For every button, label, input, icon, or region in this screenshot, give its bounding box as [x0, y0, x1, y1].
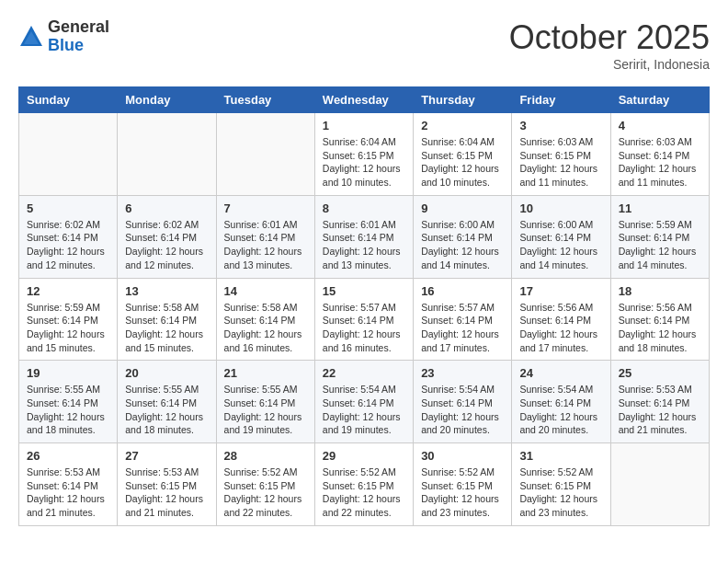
- sunset-text: Sunset: 6:14 PM: [125, 397, 197, 408]
- daylight-text: Daylight: 12 hours and 14 minutes.: [619, 246, 697, 270]
- sunset-text: Sunset: 6:14 PM: [125, 315, 197, 326]
- logo: General Blue: [18, 18, 109, 55]
- day-info: Sunrise: 6:02 AM Sunset: 6:14 PM Dayligh…: [125, 218, 208, 272]
- day-info: Sunrise: 6:00 AM Sunset: 6:14 PM Dayligh…: [421, 218, 504, 272]
- location: Seririt, Indonesia: [509, 57, 710, 72]
- day-info: Sunrise: 5:59 AM Sunset: 6:14 PM Dayligh…: [27, 301, 109, 355]
- day-info: Sunrise: 5:53 AM Sunset: 6:14 PM Dayligh…: [27, 465, 109, 520]
- weekday-header-tuesday: Tuesday: [216, 87, 314, 113]
- sunrise-text: Sunrise: 5:55 AM: [224, 384, 298, 395]
- day-number: 10: [519, 201, 602, 215]
- day-number: 15: [323, 284, 405, 298]
- day-info: Sunrise: 6:04 AM Sunset: 6:15 PM Dayligh…: [323, 135, 405, 190]
- sunset-text: Sunset: 6:14 PM: [27, 232, 98, 243]
- calendar-cell: 30 Sunrise: 5:52 AM Sunset: 6:15 PM Dayl…: [414, 443, 512, 526]
- day-info: Sunrise: 6:01 AM Sunset: 6:14 PM Dayligh…: [224, 218, 307, 272]
- logo-icon: [18, 24, 44, 50]
- sunrise-text: Sunrise: 5:56 AM: [519, 302, 593, 313]
- day-info: Sunrise: 6:04 AM Sunset: 6:15 PM Dayligh…: [421, 135, 504, 190]
- sunset-text: Sunset: 6:14 PM: [519, 232, 591, 243]
- calendar-cell: 13 Sunrise: 5:58 AM Sunset: 6:14 PM Dayl…: [118, 278, 216, 361]
- day-info: Sunrise: 5:54 AM Sunset: 6:14 PM Dayligh…: [421, 383, 504, 437]
- sunrise-text: Sunrise: 5:53 AM: [27, 466, 100, 477]
- sunset-text: Sunset: 6:14 PM: [619, 397, 690, 408]
- sunset-text: Sunset: 6:14 PM: [224, 315, 296, 326]
- day-info: Sunrise: 5:53 AM Sunset: 6:15 PM Dayligh…: [125, 465, 208, 520]
- sunrise-text: Sunrise: 5:52 AM: [519, 466, 593, 477]
- sunset-text: Sunset: 6:14 PM: [421, 315, 493, 326]
- day-number: 4: [619, 119, 701, 132]
- month-title: October 2025: [509, 18, 710, 57]
- day-number: 8: [323, 201, 405, 215]
- calendar-cell: 28 Sunrise: 5:52 AM Sunset: 6:15 PM Dayl…: [216, 443, 314, 526]
- sunset-text: Sunset: 6:14 PM: [323, 232, 394, 243]
- day-number: 2: [421, 119, 504, 132]
- day-number: 9: [421, 201, 504, 215]
- sunset-text: Sunset: 6:14 PM: [125, 232, 197, 243]
- day-info: Sunrise: 6:02 AM Sunset: 6:14 PM Dayligh…: [27, 218, 109, 272]
- sunset-text: Sunset: 6:15 PM: [421, 150, 493, 161]
- day-number: 22: [323, 366, 405, 380]
- daylight-text: Daylight: 12 hours and 21 minutes.: [27, 493, 105, 518]
- calendar-cell: 3 Sunrise: 6:03 AM Sunset: 6:15 PM Dayli…: [512, 113, 610, 196]
- sunrise-text: Sunrise: 6:03 AM: [519, 136, 593, 147]
- sunrise-text: Sunrise: 5:52 AM: [421, 466, 495, 477]
- daylight-text: Daylight: 12 hours and 22 minutes.: [323, 493, 401, 518]
- calendar-week-4: 19 Sunrise: 5:55 AM Sunset: 6:14 PM Dayl…: [19, 361, 710, 443]
- calendar-cell: 6 Sunrise: 6:02 AM Sunset: 6:14 PM Dayli…: [118, 195, 216, 278]
- calendar-cell: 17 Sunrise: 5:56 AM Sunset: 6:14 PM Dayl…: [512, 278, 610, 361]
- calendar-header: SundayMondayTuesdayWednesdayThursdayFrid…: [19, 87, 710, 113]
- weekday-header-friday: Friday: [512, 87, 610, 113]
- calendar-cell: 25 Sunrise: 5:53 AM Sunset: 6:14 PM Dayl…: [610, 361, 709, 443]
- sunrise-text: Sunrise: 5:58 AM: [125, 302, 199, 313]
- day-number: 11: [619, 201, 701, 215]
- weekday-header-saturday: Saturday: [610, 87, 709, 113]
- sunset-text: Sunset: 6:14 PM: [27, 315, 98, 326]
- calendar-body: 1 Sunrise: 6:04 AM Sunset: 6:15 PM Dayli…: [19, 113, 710, 526]
- sunset-text: Sunset: 6:14 PM: [27, 480, 98, 491]
- calendar-cell: 15 Sunrise: 5:57 AM Sunset: 6:14 PM Dayl…: [314, 278, 413, 361]
- day-number: 6: [125, 201, 208, 215]
- day-number: 20: [125, 366, 208, 380]
- sunrise-text: Sunrise: 6:00 AM: [421, 219, 495, 230]
- sunrise-text: Sunrise: 5:55 AM: [125, 384, 199, 395]
- day-number: 16: [421, 284, 504, 298]
- day-number: 13: [125, 284, 208, 298]
- day-number: 7: [224, 201, 307, 215]
- daylight-text: Daylight: 12 hours and 13 minutes.: [224, 246, 302, 270]
- sunrise-text: Sunrise: 6:02 AM: [27, 219, 100, 230]
- sunrise-text: Sunrise: 6:02 AM: [125, 219, 199, 230]
- daylight-text: Daylight: 12 hours and 15 minutes.: [27, 328, 105, 353]
- sunrise-text: Sunrise: 5:54 AM: [421, 384, 495, 395]
- sunrise-text: Sunrise: 5:56 AM: [619, 302, 692, 313]
- day-number: 1: [323, 119, 405, 132]
- sunrise-text: Sunrise: 6:03 AM: [619, 136, 692, 147]
- day-info: Sunrise: 5:54 AM Sunset: 6:14 PM Dayligh…: [519, 383, 602, 437]
- sunrise-text: Sunrise: 5:52 AM: [323, 466, 396, 477]
- calendar-cell: 22 Sunrise: 5:54 AM Sunset: 6:14 PM Dayl…: [314, 361, 413, 443]
- sunset-text: Sunset: 6:15 PM: [224, 480, 296, 491]
- sunset-text: Sunset: 6:14 PM: [27, 397, 98, 408]
- calendar-cell: 23 Sunrise: 5:54 AM Sunset: 6:14 PM Dayl…: [414, 361, 512, 443]
- day-number: 26: [27, 449, 109, 463]
- sunset-text: Sunset: 6:14 PM: [224, 397, 296, 408]
- calendar-cell: 9 Sunrise: 6:00 AM Sunset: 6:14 PM Dayli…: [414, 195, 512, 278]
- calendar-cell: 11 Sunrise: 5:59 AM Sunset: 6:14 PM Dayl…: [610, 195, 709, 278]
- day-info: Sunrise: 5:53 AM Sunset: 6:14 PM Dayligh…: [619, 383, 701, 437]
- sunset-text: Sunset: 6:14 PM: [519, 315, 591, 326]
- sunset-text: Sunset: 6:15 PM: [519, 480, 591, 491]
- daylight-text: Daylight: 12 hours and 20 minutes.: [421, 411, 499, 436]
- day-info: Sunrise: 5:52 AM Sunset: 6:15 PM Dayligh…: [519, 465, 602, 520]
- calendar-cell: 21 Sunrise: 5:55 AM Sunset: 6:14 PM Dayl…: [216, 361, 314, 443]
- day-info: Sunrise: 5:55 AM Sunset: 6:14 PM Dayligh…: [27, 383, 109, 437]
- calendar-cell: 10 Sunrise: 6:00 AM Sunset: 6:14 PM Dayl…: [512, 195, 610, 278]
- day-info: Sunrise: 5:55 AM Sunset: 6:14 PM Dayligh…: [125, 383, 208, 437]
- day-info: Sunrise: 5:56 AM Sunset: 6:14 PM Dayligh…: [519, 301, 602, 355]
- daylight-text: Daylight: 12 hours and 11 minutes.: [619, 163, 697, 188]
- calendar-week-2: 5 Sunrise: 6:02 AM Sunset: 6:14 PM Dayli…: [19, 195, 710, 278]
- sunset-text: Sunset: 6:15 PM: [323, 480, 394, 491]
- day-number: 19: [27, 366, 109, 380]
- weekday-header-monday: Monday: [118, 87, 216, 113]
- calendar-week-5: 26 Sunrise: 5:53 AM Sunset: 6:14 PM Dayl…: [19, 443, 710, 526]
- sunset-text: Sunset: 6:14 PM: [619, 315, 690, 326]
